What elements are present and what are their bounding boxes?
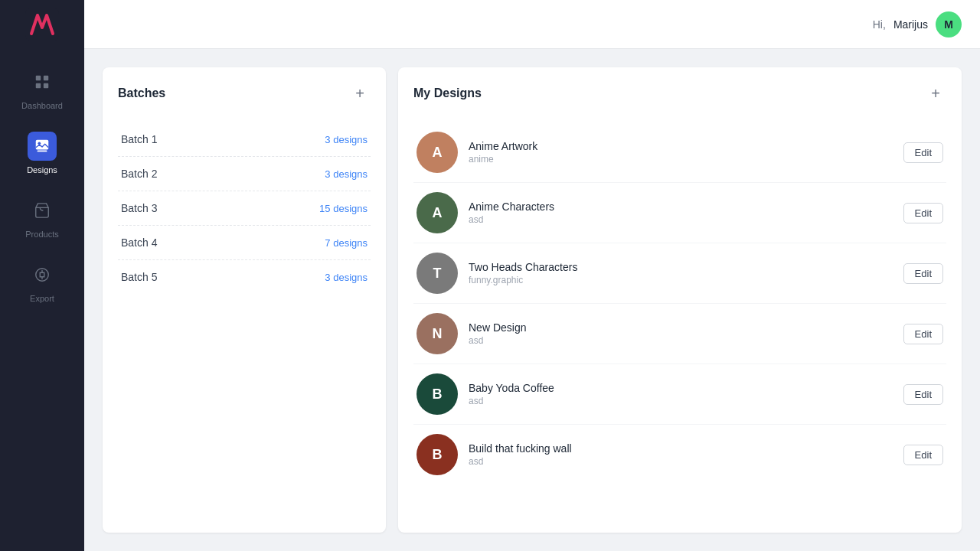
export-label: Export <box>30 294 54 303</box>
design-item: B Build that fucking wall asd Edit <box>413 425 946 484</box>
sidebar-item-products[interactable]: Products <box>0 185 84 249</box>
sidebar-nav: Dashboard Designs <box>0 49 84 314</box>
designs-title: My Designs <box>413 86 482 100</box>
sidebar-item-export[interactable]: Export <box>0 249 84 314</box>
design-thumbnail: N <box>416 313 458 354</box>
design-item: A Anime Artwork anime Edit <box>413 122 946 183</box>
add-batch-button[interactable]: + <box>349 83 371 104</box>
batch-item[interactable]: Batch 2 3 designs <box>118 157 371 191</box>
export-icon-wrap <box>28 260 57 289</box>
svg-rect-2 <box>44 76 48 80</box>
edit-button[interactable]: Edit <box>903 384 943 405</box>
batch-count: 3 designs <box>325 168 368 180</box>
design-info: Anime Characters asd <box>469 201 893 225</box>
dashboard-label: Dashboard <box>21 101 63 110</box>
main-area: Hi, Marijus M Batches + Batch 1 3 design… <box>84 0 980 551</box>
batch-item[interactable]: Batch 3 15 designs <box>118 191 371 226</box>
sidebar: Dashboard Designs <box>0 0 84 551</box>
design-thumbnail: T <box>416 253 458 294</box>
avatar[interactable]: M <box>936 11 962 37</box>
dashboard-icon-wrap <box>28 67 57 96</box>
svg-rect-3 <box>36 83 41 88</box>
design-list: A Anime Artwork anime Edit A Anime Chara… <box>413 122 946 484</box>
batch-name: Batch 1 <box>121 133 157 145</box>
designs-card: My Designs + A Anime Artwork anime Edit … <box>398 67 962 533</box>
header: Hi, Marijus M <box>84 0 980 49</box>
batch-item[interactable]: Batch 4 7 designs <box>118 226 371 260</box>
svg-rect-4 <box>44 83 48 88</box>
batch-count: 3 designs <box>325 134 368 145</box>
batch-name: Batch 5 <box>121 271 157 283</box>
edit-button[interactable]: Edit <box>903 142 943 163</box>
products-icon-wrap <box>28 196 57 225</box>
designs-label: Designs <box>27 165 57 174</box>
design-name: New Design <box>469 321 893 334</box>
design-name: Baby Yoda Coffee <box>469 382 893 394</box>
design-name: Two Heads Characters <box>469 261 893 273</box>
add-design-button[interactable]: + <box>925 83 946 104</box>
design-name: Anime Characters <box>469 201 893 213</box>
design-name: Build that fucking wall <box>469 442 893 455</box>
batch-item[interactable]: Batch 1 3 designs <box>118 122 371 157</box>
design-item: N New Design asd Edit <box>413 304 946 364</box>
design-info: Baby Yoda Coffee asd <box>469 382 893 406</box>
sidebar-item-designs[interactable]: Designs <box>0 121 84 185</box>
edit-button[interactable]: Edit <box>903 324 943 344</box>
design-thumbnail: B <box>416 373 458 415</box>
batch-count: 7 designs <box>325 237 368 249</box>
content-area: Batches + Batch 1 3 designs Batch 2 3 de… <box>84 49 980 551</box>
edit-button[interactable]: Edit <box>903 445 943 465</box>
designs-header: My Designs + <box>413 83 946 110</box>
designs-icon-wrap <box>28 132 57 161</box>
design-thumbnail: A <box>416 192 458 233</box>
design-info: Two Heads Characters funny.graphic <box>469 261 893 285</box>
design-thumbnail: B <box>416 434 458 475</box>
batch-count: 3 designs <box>325 272 368 283</box>
design-sub: asd <box>469 456 893 467</box>
svg-rect-7 <box>38 151 47 152</box>
edit-button[interactable]: Edit <box>903 203 943 223</box>
design-item: B Baby Yoda Coffee asd Edit <box>413 364 946 425</box>
user-info: Hi, Marijus M <box>873 11 962 37</box>
batch-list: Batch 1 3 designs Batch 2 3 designs Batc… <box>118 122 371 294</box>
logo[interactable] <box>0 0 84 49</box>
design-item: T Two Heads Characters funny.graphic Edi… <box>413 243 946 304</box>
batches-title: Batches <box>118 86 165 100</box>
svg-rect-1 <box>36 76 41 80</box>
design-sub: funny.graphic <box>469 275 893 285</box>
design-item: A Anime Characters asd Edit <box>413 183 946 243</box>
batch-name: Batch 3 <box>121 202 157 214</box>
design-sub: anime <box>469 154 893 165</box>
hi-text: Hi, <box>873 18 886 31</box>
design-info: New Design asd <box>469 321 893 346</box>
sidebar-item-dashboard[interactable]: Dashboard <box>0 57 84 121</box>
edit-button[interactable]: Edit <box>903 263 943 284</box>
design-sub: asd <box>469 335 893 346</box>
batch-item[interactable]: Batch 5 3 designs <box>118 260 371 294</box>
design-sub: asd <box>469 396 893 406</box>
batches-header: Batches + <box>118 83 371 110</box>
user-name: Marijus <box>893 18 928 31</box>
batches-card: Batches + Batch 1 3 designs Batch 2 3 de… <box>103 67 386 533</box>
svg-rect-5 <box>36 140 49 150</box>
products-label: Products <box>25 230 58 239</box>
batch-count: 15 designs <box>319 203 368 214</box>
batch-name: Batch 2 <box>121 168 157 180</box>
design-thumbnail: A <box>416 132 458 173</box>
design-info: Build that fucking wall asd <box>469 442 893 467</box>
batch-name: Batch 4 <box>121 236 157 249</box>
design-sub: asd <box>469 214 893 225</box>
design-info: Anime Artwork anime <box>469 140 893 165</box>
design-name: Anime Artwork <box>469 140 893 152</box>
